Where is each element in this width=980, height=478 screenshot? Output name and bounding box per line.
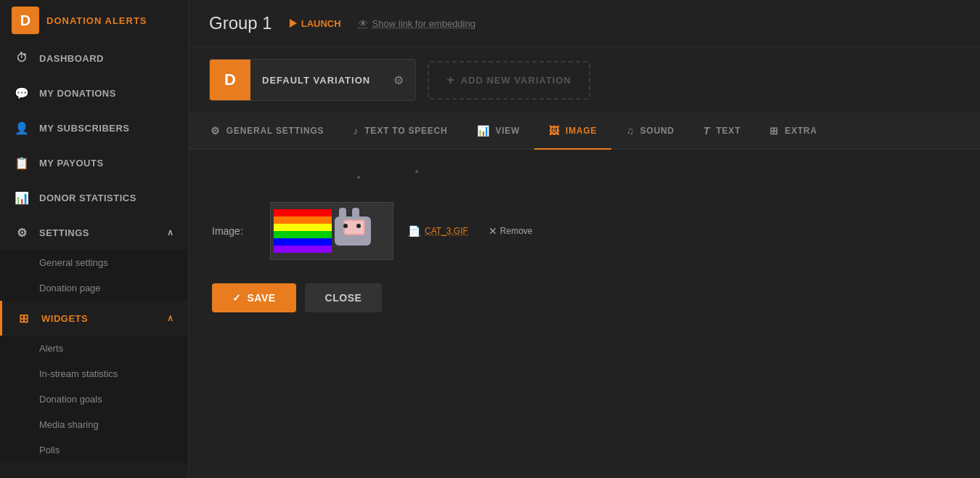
image-upload-section: Image: [212,202,957,260]
dot-decoration [357,176,360,179]
file-name: CAT_3.GIF [425,226,468,236]
close-button[interactable]: CLOSE [305,283,383,312]
tab-image[interactable]: 🖼 IMAGE [534,113,611,150]
sidebar-item-settings[interactable]: ⚙ SETTINGS ∧ [0,215,188,250]
sidebar-logo: D DONATION ALERTS [0,0,188,41]
sidebar-item-label: MY PAYOUTS [39,158,104,169]
tabs-row: ⚙ GENERAL SETTINGS ♪ TEXT TO SPEECH 📊 VI… [189,113,980,150]
main-content: Group 1 LAUNCH 👁 Show link for embedding… [189,0,980,478]
settings-arrow-icon: ∧ [167,227,174,238]
image-tab-icon: 🖼 [549,125,560,137]
remove-label: Remove [500,226,533,236]
default-variation-card[interactable]: D DEFAULT VARIATION ⚙ [209,59,416,101]
nyan-cat-image [274,206,390,256]
widgets-sub-nav: Alerts In-stream statistics Donation goa… [0,336,188,463]
sidebar-item-label: WIDGETS [41,313,88,324]
sidebar-item-dashboard[interactable]: ⏱ DASHBOARD [0,41,188,76]
cat-eye-right [356,224,361,228]
group-title: Group 1 [209,13,272,33]
cat-eye-left [343,224,348,228]
extra-tab-icon: ⊞ [769,125,779,137]
launch-button[interactable]: LAUNCH [290,18,341,29]
sidebar-item-widgets[interactable]: ⊞ WIDGETS ∧ [0,301,188,336]
tab-label: EXTRA [785,126,817,136]
tab-label: SOUND [640,126,674,136]
launch-play-icon [290,19,297,28]
logo-text: DONATION ALERTS [46,15,147,26]
variation-gear-icon[interactable]: ⚙ [382,73,415,87]
main-header: Group 1 LAUNCH 👁 Show link for embedding [189,0,980,47]
close-label: CLOSE [325,292,362,304]
save-label: SAVE [248,292,276,304]
sidebar-item-label: MY DONATIONS [39,88,116,99]
tab-label: TEXT TO SPEECH [364,126,447,136]
widgets-icon: ⊞ [17,311,31,325]
tab-label: GENERAL SETTINGS [226,126,324,136]
sidebar-item-label: DONOR STATISTICS [39,193,136,203]
sidebar-nav: ⏱ DASHBOARD 💬 MY DONATIONS 👤 MY SUBSCRIB… [0,41,188,478]
tab-label: VIEW [495,126,520,136]
tts-tab-icon: ♪ [353,125,359,137]
logo-icon: D [12,7,39,34]
sidebar-item-my-subscribers[interactable]: 👤 MY SUBSCRIBERS [0,110,188,145]
tab-sound[interactable]: ♫ SOUND [611,113,689,150]
sidebar-item-label: DASHBOARD [39,53,104,64]
thumb-letter: D [224,70,236,89]
cat-face [339,221,365,241]
tab-extra[interactable]: ⊞ EXTRA [755,113,831,150]
variation-label: DEFAULT VARIATION [250,75,382,86]
settings-sub-nav: General settings Donation page [0,250,188,301]
dashboard-icon: ⏱ [15,51,29,65]
image-preview [270,202,393,260]
tab-text-to-speech[interactable]: ♪ TEXT TO SPEECH [338,113,462,150]
sidebar-item-media-sharing[interactable]: Media sharing [0,412,188,437]
sidebar-item-general-settings[interactable]: General settings [0,250,188,275]
eye-icon: 👁 [359,18,368,29]
general-settings-tab-icon: ⚙ [211,125,221,137]
widgets-arrow-icon: ∧ [167,313,174,323]
view-tab-icon: 📊 [477,125,490,137]
save-button[interactable]: ✓ SAVE [212,283,296,312]
variations-row: D DEFAULT VARIATION ⚙ + ADD NEW VARIATIO… [189,47,980,113]
payouts-icon: 📋 [15,155,29,170]
subscribers-icon: 👤 [15,121,29,135]
tab-general-settings[interactable]: ⚙ GENERAL SETTINGS [196,113,338,150]
tab-label: IMAGE [565,126,597,136]
donations-icon: 💬 [15,86,29,100]
sidebar-item-in-stream-statistics[interactable]: In-stream statistics [0,361,188,386]
sidebar-item-my-payouts[interactable]: 📋 MY PAYOUTS [0,145,188,180]
sidebar-item-donation-page[interactable]: Donation page [0,275,188,301]
tab-view[interactable]: 📊 VIEW [462,113,535,150]
add-variation-label: ADD NEW VARIATION [461,75,571,86]
tab-text[interactable]: T TEXT [689,113,755,150]
cat-body [335,216,371,246]
embed-link[interactable]: 👁 Show link for embedding [359,18,475,29]
text-tab-icon: T [703,125,710,137]
sidebar-item-label: SETTINGS [39,227,89,238]
cat-eyes [343,224,361,228]
add-variation-button[interactable]: + ADD NEW VARIATION [428,61,590,100]
variation-thumb: D [210,60,250,100]
sidebar: D DONATION ALERTS ⏱ DASHBOARD 💬 MY DONAT… [0,0,189,478]
plus-icon: + [446,73,455,88]
sidebar-item-donor-statistics[interactable]: 📊 DONOR STATISTICS [0,180,188,215]
sidebar-item-polls[interactable]: Polls [0,437,188,463]
remove-x-icon: ✕ [489,225,497,237]
file-icon: 📄 [408,225,420,237]
sidebar-item-alerts[interactable]: Alerts [0,336,188,361]
file-badge[interactable]: 📄 CAT_3.GIF [408,225,468,237]
sidebar-item-my-donations[interactable]: 💬 MY DONATIONS [0,76,188,110]
statistics-icon: 📊 [15,190,29,205]
settings-icon: ⚙ [15,225,29,240]
embed-label: Show link for embedding [372,18,475,29]
content-area: Image: [189,150,980,478]
sidebar-item-donation-goals[interactable]: Donation goals [0,386,188,412]
check-icon: ✓ [232,292,242,304]
image-label: Image: [212,225,256,237]
remove-button[interactable]: ✕ Remove [489,225,533,237]
dot-decoration [415,170,418,173]
sidebar-item-label: MY SUBSCRIBERS [39,123,130,134]
tab-label: TEXT [716,126,740,136]
action-buttons: ✓ SAVE CLOSE [212,283,957,312]
launch-label: LAUNCH [301,18,341,29]
